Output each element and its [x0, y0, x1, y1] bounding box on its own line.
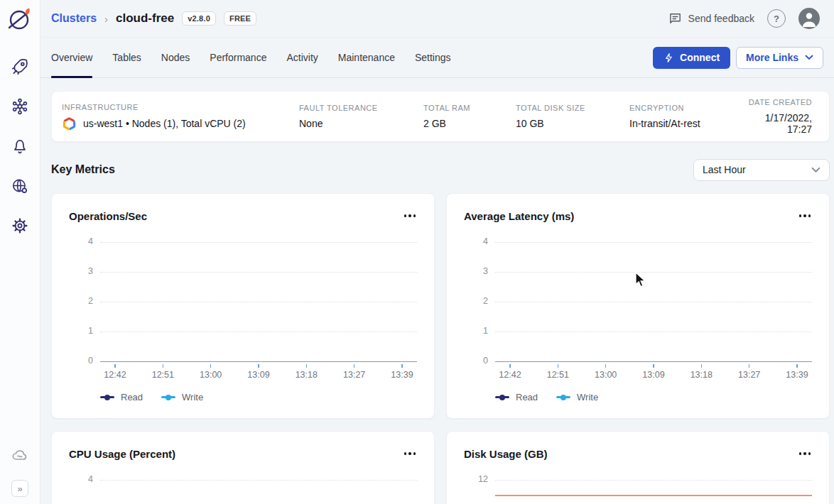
- chart-menu-ellipsis-icon[interactable]: [403, 449, 418, 458]
- chart-menu-ellipsis-icon[interactable]: [798, 449, 813, 458]
- dot: [413, 214, 416, 217]
- legend-item-write[interactable]: Write: [556, 392, 598, 402]
- info-field-value-text: 2 GB: [423, 118, 446, 129]
- chart-plot: 43210: [464, 242, 812, 363]
- settings-gear-icon[interactable]: [11, 217, 29, 235]
- chart-card-operations-sec: Operations/Sec4321012:4212:5113:0013:091…: [51, 193, 435, 419]
- x-tick-label: 13:00: [595, 370, 617, 380]
- x-tick: 13:39: [782, 364, 812, 380]
- dot: [404, 214, 407, 217]
- info-field-value: 2 GB: [423, 118, 509, 129]
- info-field-value: In-transit/At-rest: [629, 118, 741, 129]
- info-field-value-text: In-transit/At-rest: [629, 118, 700, 129]
- x-tick-label: 13:18: [296, 370, 318, 380]
- info-field: DATE CREATED1/17/2022, 17:27: [748, 98, 819, 135]
- x-tick-label: 13:00: [200, 370, 222, 380]
- x-axis-line: [100, 361, 417, 362]
- x-tick-mark: [796, 364, 798, 368]
- y-tick-label: 4: [69, 236, 93, 246]
- breadcrumb-chevron-icon: ›: [104, 13, 108, 25]
- x-tick-label: 13:27: [738, 370, 760, 380]
- y-tick-label: 0: [69, 356, 93, 366]
- version-badge: v2.8.0: [182, 11, 216, 26]
- dot: [808, 452, 811, 455]
- legend-label: Write: [577, 392, 598, 402]
- x-tick: 13:00: [196, 364, 226, 380]
- dot: [404, 452, 407, 455]
- y-tick-label: 0: [464, 356, 488, 366]
- cluster-network-icon[interactable]: [11, 97, 29, 116]
- rocket-icon[interactable]: [11, 57, 29, 76]
- notifications-bell-icon[interactable]: [11, 137, 29, 155]
- x-tick-mark: [163, 364, 164, 368]
- dot: [408, 214, 411, 217]
- tab-performance[interactable]: Performance: [210, 38, 266, 77]
- tab-overview[interactable]: Overview: [51, 38, 92, 77]
- expand-sidebar-button[interactable]: »: [11, 480, 28, 497]
- google-cloud-icon: [62, 117, 77, 131]
- user-avatar[interactable]: [798, 8, 820, 29]
- connect-button[interactable]: Connect: [653, 47, 730, 69]
- tab-tables[interactable]: Tables: [112, 38, 141, 77]
- send-feedback-button[interactable]: Send feedback: [668, 11, 754, 26]
- global-config-icon[interactable]: [11, 177, 29, 195]
- x-tick-label: 13:39: [391, 370, 413, 380]
- chart-title: Operations/Sec: [69, 210, 147, 222]
- more-links-button[interactable]: More Links: [736, 47, 823, 69]
- info-field-value: 10 GB: [516, 118, 622, 129]
- planet-rocket-logo[interactable]: [6, 5, 34, 33]
- y-tick-label: 12: [464, 474, 488, 484]
- chart-card-header: CPU Usage (Percent): [69, 443, 417, 464]
- legend-item-write[interactable]: Write: [161, 392, 203, 402]
- legend-marker-dot: [499, 395, 505, 400]
- legend-item-read[interactable]: Read: [100, 392, 143, 402]
- tab-maintenance[interactable]: Maintenance: [338, 38, 395, 77]
- chevron-down-icon: [805, 55, 813, 60]
- plan-badge: FREE: [224, 11, 256, 26]
- legend-label: Read: [516, 392, 538, 402]
- gridline: [495, 332, 812, 332]
- info-field-value: None: [299, 118, 416, 129]
- legend-marker: [495, 396, 509, 398]
- help-button[interactable]: ?: [767, 9, 786, 28]
- info-field: FAULT TOLERANCENone: [299, 104, 423, 129]
- x-tick: 13:27: [340, 364, 369, 380]
- x-tick-label: 12:42: [499, 370, 521, 380]
- chart-menu-ellipsis-icon[interactable]: [798, 212, 813, 220]
- x-tick-label: 12:42: [104, 370, 126, 380]
- chart-card-disk-usage-gb: Disk Usage (GB)12: [446, 431, 830, 504]
- tab-settings[interactable]: Settings: [415, 38, 451, 77]
- y-tick-label: 4: [69, 474, 93, 484]
- x-tick-label: 13:09: [642, 370, 664, 380]
- x-tick: 12:42: [495, 364, 525, 380]
- info-field-label: TOTAL DISK SIZE: [516, 104, 622, 112]
- y-tick-label: 2: [69, 296, 93, 306]
- x-tick: 13:00: [591, 364, 621, 380]
- legend-label: Read: [121, 392, 143, 402]
- dot: [799, 452, 802, 455]
- cloud-status-icon[interactable]: [11, 446, 29, 464]
- tab-nodes[interactable]: Nodes: [161, 38, 190, 77]
- send-feedback-label: Send feedback: [688, 13, 754, 24]
- gridline: [100, 480, 417, 481]
- chart-title: CPU Usage (Percent): [69, 448, 175, 460]
- legend-marker-dot: [166, 395, 171, 400]
- tab-activity[interactable]: Activity: [286, 38, 318, 77]
- info-field-label: INFRASTRUCTURE: [62, 103, 292, 111]
- breadcrumb-clusters-link[interactable]: Clusters: [51, 12, 97, 25]
- time-range-select[interactable]: Last Hour: [693, 159, 830, 181]
- legend-item-read[interactable]: Read: [495, 392, 538, 402]
- chart-menu-ellipsis-icon[interactable]: [403, 212, 418, 220]
- x-tick-mark: [558, 364, 559, 368]
- info-field-value-text: 1/17/2022, 17:27: [748, 112, 812, 135]
- legend-marker-dot: [104, 395, 110, 400]
- x-tick-mark: [306, 364, 308, 368]
- x-tick-label: 12:51: [152, 370, 174, 380]
- chart-card-header: Average Latency (ms): [464, 205, 812, 226]
- dot: [408, 452, 411, 455]
- legend-marker: [161, 396, 175, 398]
- x-axis-labels: 12:4212:5113:0013:0913:1813:2713:39: [100, 364, 417, 380]
- feedback-message-icon: [668, 11, 683, 26]
- page-title-cluster-name: cloud-free: [116, 11, 174, 26]
- metrics-card-grid: Operations/Sec4321012:4212:5113:0013:091…: [51, 193, 830, 504]
